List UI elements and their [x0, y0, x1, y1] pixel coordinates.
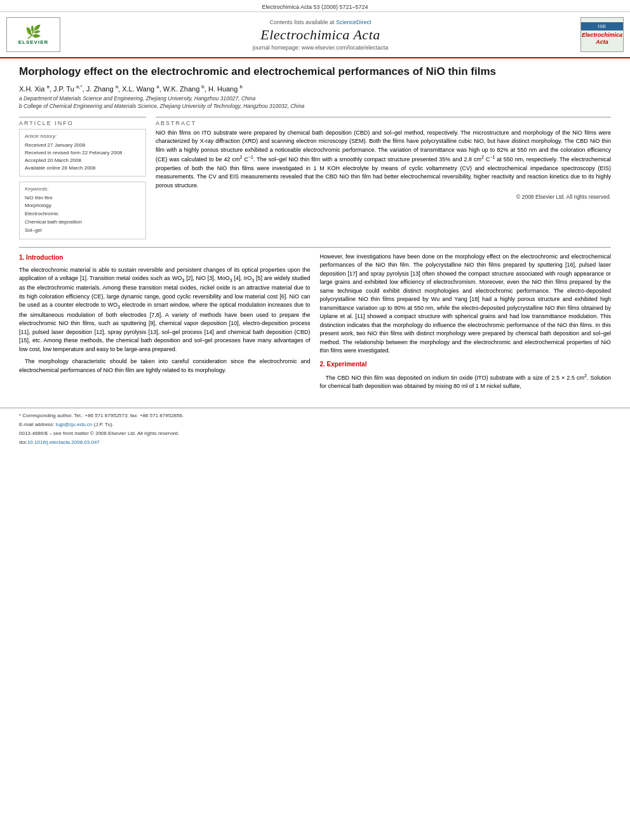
article-meta-section: ARTICLE INFO Article history: Received 2… [19, 117, 611, 239]
intro-para-right-1: However, few investigations have been do… [320, 253, 612, 356]
intro-para-1: The electrochromic material is able to s… [19, 266, 311, 354]
abstract-header: ABSTRACT [156, 117, 611, 129]
section1-title: 1. Introduction [19, 253, 311, 262]
authors: X.H. Xia a, J.P. Tu a,*, J. Zhang a, X.L… [19, 84, 611, 93]
issn-line: 0013-4686/$ – see front matter © 2008 El… [19, 430, 611, 437]
keyword-4: Chemical bath deposition [25, 218, 140, 227]
journal-header: 🌿 ELSEVIER Contents lists available at S… [0, 12, 630, 58]
history-label: Article history: [25, 133, 140, 139]
accepted-date: Accepted 20 March 2008 [25, 157, 140, 164]
article-info-header: ARTICLE INFO [19, 117, 146, 129]
page-footer: * Corresponding author. Tel.: +86 571 87… [0, 408, 630, 451]
keywords-label: Keywords: [25, 186, 140, 192]
highlight-highly: highly [184, 147, 199, 153]
sciencedirect-line: Contents lists available at ScienceDirec… [67, 19, 574, 25]
journal-center-block: Contents lists available at ScienceDirec… [67, 19, 574, 51]
keyword-1: NiO thin film [25, 194, 140, 203]
intro-para-2: The morphology characteristic should be … [19, 357, 311, 375]
body-left-column: 1. Introduction The electrochromic mater… [19, 253, 311, 395]
body-content: 1. Introduction The electrochromic mater… [19, 253, 611, 395]
affiliation-b: b College of Chemical Engineering and Ma… [19, 103, 611, 110]
doi-line: doi:10.1016/j.electacta.2008.03.047 [19, 439, 611, 446]
keyword-5: Sol–gel [25, 227, 140, 235]
revised-date: Received in revised form 22 February 200… [25, 149, 140, 157]
right-logo-journal-name: ElectrochimicaActa [580, 30, 624, 47]
experimental-para-1: The CBD NiO thin film was deposited on i… [320, 373, 612, 391]
keyword-2: Morphology [25, 202, 140, 210]
abstract-column: ABSTRACT NiO thin films on ITO substrate… [156, 117, 611, 239]
received-date: Received 27 January 2008 [25, 142, 140, 149]
article-history-box: Article history: Received 27 January 200… [19, 129, 146, 177]
content-divider [19, 247, 611, 248]
footnote-email: E-mail address: tujp@zju.edu.cn (J.P. Tu… [19, 421, 611, 429]
keywords-box: Keywords: NiO thin film Morphology Elect… [19, 182, 146, 239]
elsevier-tree-icon: 🌿 [25, 24, 41, 39]
sciencedirect-link[interactable]: ScienceDirect [336, 19, 372, 25]
footnote-star: * Corresponding author. Tel.: +86 571 87… [19, 412, 611, 420]
journal-title: Electrochimica Acta [67, 27, 574, 43]
affiliation-a: a Department of Materials Science and En… [19, 95, 611, 103]
article-info-column: ARTICLE INFO Article history: Received 2… [19, 117, 146, 239]
article-title: Morphology effect on the electrochromic … [19, 65, 611, 79]
ise-logo: ISE ElectrochimicaActa [580, 17, 624, 52]
available-date: Available online 28 March 2008 [25, 164, 140, 172]
journal-reference: Electrochimica Acta 53 (2008) 5721–5724 [0, 0, 630, 12]
journal-homepage: journal homepage: www.elsevier.com/locat… [67, 44, 574, 51]
section2-title: 2. Experimental [320, 359, 612, 369]
keyword-3: Electrochromic [25, 210, 140, 218]
elsevier-logo: 🌿 ELSEVIER [6, 17, 60, 52]
body-right-column: However, few investigations have been do… [320, 253, 612, 395]
abstract-text: NiO thin films on ITO substrate were pre… [156, 129, 611, 190]
affiliations: a Department of Materials Science and En… [19, 95, 611, 110]
elsevier-label: ELSEVIER [18, 39, 49, 45]
article-content: Morphology effect on the electrochromic … [0, 58, 630, 408]
ise-label: ISE [581, 22, 623, 30]
author-email: tujp@zju.edu.cn [56, 422, 93, 427]
copyright-notice: © 2008 Elsevier Ltd. All rights reserved… [156, 194, 611, 200]
doi-link[interactable]: 10.1016/j.electacta.2008.03.047 [27, 439, 100, 445]
